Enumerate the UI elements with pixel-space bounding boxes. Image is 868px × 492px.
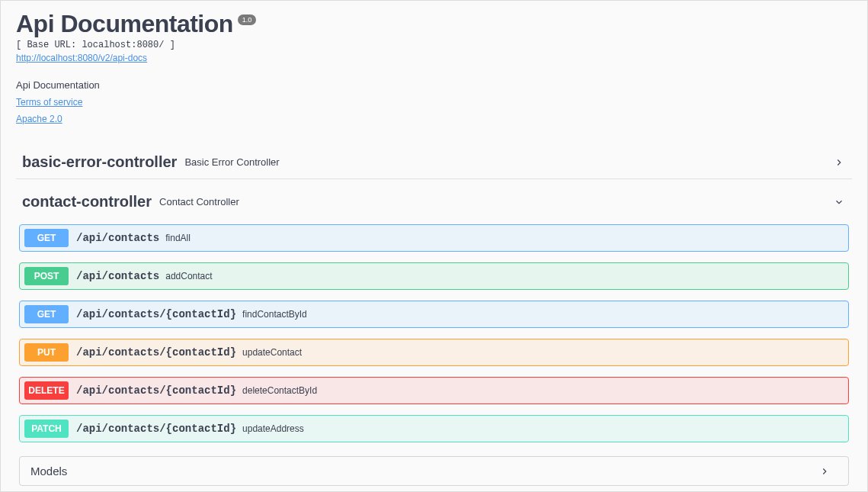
operation-row[interactable]: GET/api/contactsfindAll	[19, 224, 849, 252]
version-badge: 1.0	[238, 14, 257, 25]
models-section[interactable]: Models	[19, 456, 849, 486]
operation-row[interactable]: GET/api/contacts/{contactId}findContactB…	[19, 301, 849, 328]
operation-row[interactable]: POST/api/contactsaddContact	[19, 262, 849, 290]
operation-path: /api/contacts/{contactId}	[76, 346, 236, 359]
chevron-down-icon	[834, 197, 844, 207]
api-description: Api Documentation	[16, 79, 852, 91]
models-title: Models	[30, 465, 67, 478]
http-method-badge: GET	[24, 305, 69, 323]
operation-summary: addContact	[165, 271, 212, 281]
operation-row[interactable]: PUT/api/contacts/{contactId}updateContac…	[19, 339, 849, 366]
http-method-badge: POST	[24, 267, 69, 285]
operation-path: /api/contacts/{contactId}	[76, 308, 236, 320]
api-docs-link[interactable]: http://localhost:8080/v2/api-docs	[16, 53, 147, 63]
operation-summary: findAll	[165, 233, 191, 243]
operation-summary: deleteContactById	[242, 385, 317, 396]
operation-summary: updateContact	[242, 347, 302, 358]
http-method-badge: DELETE	[24, 381, 69, 400]
page-title: Api Documentation	[16, 10, 233, 38]
base-url: [ Base URL: localhost:8080/ ]	[16, 40, 852, 50]
tag-description: Contact Controller	[159, 196, 239, 207]
operation-summary: findContactById	[242, 309, 307, 320]
operation-path: /api/contacts/{contactId}	[76, 423, 236, 435]
operation-path: /api/contacts	[76, 270, 159, 282]
chevron-right-icon	[834, 157, 844, 168]
operation-path: /api/contacts	[76, 232, 159, 244]
operation-summary: updateAddress	[242, 423, 304, 434]
http-method-badge: GET	[24, 229, 69, 247]
tag-name: contact-controller	[22, 193, 152, 211]
operation-row[interactable]: DELETE/api/contacts/{contactId}deleteCon…	[19, 377, 849, 404]
operation-path: /api/contacts/{contactId}	[76, 384, 236, 397]
tag-basic-error-controller[interactable]: basic-error-controller Basic Error Contr…	[16, 147, 852, 179]
operation-row[interactable]: PATCH/api/contacts/{contactId}updateAddr…	[19, 415, 849, 442]
http-method-badge: PUT	[24, 343, 69, 362]
tag-description: Basic Error Controller	[184, 156, 279, 168]
terms-of-service-link[interactable]: Terms of service	[16, 97, 852, 108]
chevron-right-icon	[819, 466, 830, 477]
http-method-badge: PATCH	[24, 420, 69, 438]
tag-name: basic-error-controller	[22, 153, 177, 171]
license-link[interactable]: Apache 2.0	[16, 114, 852, 124]
tag-contact-controller[interactable]: contact-controller Contact Controller	[16, 187, 852, 218]
